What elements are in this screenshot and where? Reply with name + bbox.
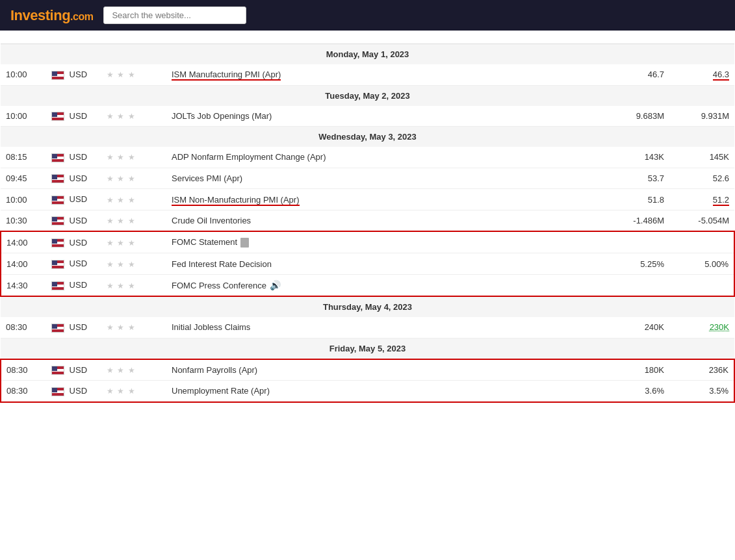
cell-time: 10:00 [1,189,46,210]
table-row[interactable]: 10:00 USD★ ★ ★ISM Non-Manufacturing PMI … [1,189,734,210]
flag-icon [51,281,64,290]
cell-forecast: 180K [604,359,669,381]
cell-time: 14:30 [1,275,46,297]
cell-event[interactable]: Unemployment Rate (Apr) [166,381,546,402]
cell-forecast: -1.486M [604,210,669,231]
flag-icon [51,153,64,162]
cell-time: 10:00 [1,64,46,85]
table-row[interactable]: 08:30 USD★ ★ ★Initial Jobless Claims240K… [1,317,734,338]
cell-time: 08:30 [1,381,46,402]
cell-actual [546,64,604,85]
logo: Investing.com [10,7,93,24]
cell-event[interactable]: JOLTs Job Openings (Mar) [166,106,546,127]
cell-currency: USD [46,189,101,210]
day-header-row: Wednesday, May 3, 2023 [1,127,734,147]
flag-icon [51,71,64,80]
flag-icon [51,260,64,269]
search-input[interactable] [103,6,246,24]
flag-icon [51,366,64,375]
table-row[interactable]: 10:00 USD★ ★ ★ISM Manufacturing PMI (Apr… [1,64,734,85]
cell-previous: -5.054M [669,210,734,231]
cell-importance: ★ ★ ★ [101,210,166,231]
day-header-cell: Monday, May 1, 2023 [1,44,734,65]
cell-event[interactable]: Services PMI (Apr) [166,168,546,189]
cell-currency: USD [46,317,101,338]
cell-actual [546,231,604,253]
cell-previous: 51.2 [669,189,734,210]
cell-currency: USD [46,64,101,85]
cell-forecast [604,275,669,297]
cell-forecast: 240K [604,317,669,338]
calendar-wrapper: Monday, May 1, 202310:00 USD★ ★ ★ISM Man… [0,31,735,403]
cell-currency: USD [46,147,101,168]
table-row[interactable]: 14:00 USD★ ★ ★FOMC Statement [1,231,734,253]
cell-importance: ★ ★ ★ [101,231,166,253]
table-row[interactable]: 08:15 USD★ ★ ★ADP Nonfarm Employment Cha… [1,147,734,168]
logo-dotcom: .com [70,11,93,22]
flag-icon [51,387,64,396]
table-row[interactable]: 10:00 USD★ ★ ★JOLTs Job Openings (Mar)9.… [1,106,734,127]
cell-time: 14:00 [1,253,46,275]
col-header-forecast [604,31,669,44]
cell-currency: USD [46,381,101,402]
cell-actual [546,106,604,127]
flag-icon [51,196,64,205]
importance-stars: ★ ★ ★ [107,366,136,375]
cell-actual [546,189,604,210]
importance-stars: ★ ★ ★ [107,238,136,248]
table-row[interactable]: 08:30 USD★ ★ ★Unemployment Rate (Apr)3.6… [1,381,734,402]
cell-event[interactable]: ISM Non-Manufacturing PMI (Apr) [166,189,546,210]
col-header-previous [669,31,734,44]
event-link[interactable]: ISM Non-Manufacturing PMI (Apr) [172,195,300,206]
table-row[interactable]: 10:30 USD★ ★ ★Crude Oil Inventories-1.48… [1,210,734,231]
cell-event[interactable]: Initial Jobless Claims [166,317,546,338]
col-header-cur [46,31,101,44]
day-header-row: Thursday, May 4, 2023 [1,296,734,317]
col-header-imp [101,31,166,44]
previous-value-green: 230K [710,322,729,332]
document-icon [240,238,249,248]
cell-importance: ★ ★ ★ [101,275,166,297]
cell-event[interactable]: Nonfarm Payrolls (Apr) [166,359,546,381]
cell-event[interactable]: FOMC Press Conference🔊 [166,275,546,297]
importance-stars: ★ ★ ★ [107,323,136,332]
table-row[interactable]: 09:45 USD★ ★ ★Services PMI (Apr)53.752.6 [1,168,734,189]
cell-currency: USD [46,359,101,381]
cell-forecast: 51.8 [604,189,669,210]
cell-event[interactable]: Fed Interest Rate Decision [166,253,546,275]
importance-stars: ★ ★ ★ [107,387,136,396]
cell-event[interactable]: ISM Manufacturing PMI (Apr) [166,64,546,85]
importance-stars: ★ ★ ★ [107,153,136,162]
cell-actual [546,381,604,402]
cell-forecast: 53.7 [604,168,669,189]
table-row[interactable]: 08:30 USD★ ★ ★Nonfarm Payrolls (Apr)180K… [1,359,734,381]
cell-previous: 230K [669,317,734,338]
cell-currency: USD [46,231,101,253]
day-header-row: Tuesday, May 2, 2023 [1,85,734,106]
cell-importance: ★ ★ ★ [101,147,166,168]
importance-stars: ★ ★ ★ [107,174,136,183]
logo-investing: Investing [10,7,70,23]
cell-forecast: 3.6% [604,381,669,402]
table-row[interactable]: 14:00 USD★ ★ ★Fed Interest Rate Decision… [1,253,734,275]
cell-actual [546,359,604,381]
table-row[interactable]: 14:30 USD★ ★ ★FOMC Press Conference🔊 [1,275,734,297]
flag-icon [51,238,64,248]
cell-importance: ★ ★ ★ [101,168,166,189]
previous-value-underlined: 51.2 [713,195,729,206]
cell-previous: 236K [669,359,734,381]
col-header-time [1,31,46,44]
event-link[interactable]: ISM Manufacturing PMI (Apr) [172,70,281,81]
cell-time: 08:30 [1,317,46,338]
col-header-actual [546,31,604,44]
cell-event[interactable]: FOMC Statement [166,231,546,253]
cell-forecast: 46.7 [604,64,669,85]
calendar-table: Monday, May 1, 202310:00 USD★ ★ ★ISM Man… [0,31,735,403]
importance-stars: ★ ★ ★ [107,70,136,79]
cell-event[interactable]: ADP Nonfarm Employment Change (Apr) [166,147,546,168]
flag-icon [51,216,64,225]
cell-previous [669,231,734,253]
cell-previous: 52.6 [669,168,734,189]
cell-time: 08:30 [1,359,46,381]
cell-event[interactable]: Crude Oil Inventories [166,210,546,231]
